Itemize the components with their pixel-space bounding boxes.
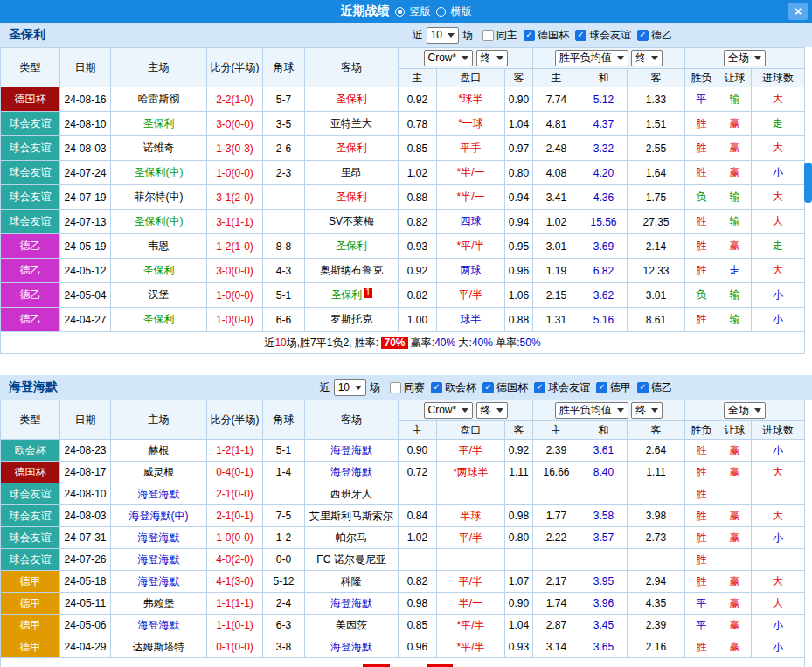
odds-company-select[interactable]: Crow* bbox=[424, 402, 474, 419]
handicap-cell: *半/一 bbox=[437, 161, 505, 185]
corners-cell: 6-3 bbox=[263, 615, 305, 636]
fulltime-select[interactable]: 全场 bbox=[724, 402, 766, 419]
date-cell: 24-07-24 bbox=[60, 161, 111, 185]
filter-checkbox[interactable]: ✓欧会杯 bbox=[431, 380, 476, 395]
handicap-cell: *两球半 bbox=[437, 462, 505, 483]
date-cell: 24-05-12 bbox=[60, 259, 111, 283]
odds-final-select[interactable]: 终 bbox=[476, 50, 508, 66]
home-team-cell: 圣保利(中) bbox=[111, 161, 207, 185]
match-count-select[interactable]: 10 bbox=[334, 379, 366, 396]
col-corners-header: 角球 bbox=[263, 48, 305, 87]
horizontal-layout-radio[interactable] bbox=[436, 7, 446, 17]
odds-away-cell: 0.80 bbox=[505, 527, 533, 549]
home-team-cell: 达姆斯塔特 bbox=[111, 636, 207, 658]
odds-away-cell: 1.11 bbox=[505, 462, 533, 483]
competition-filters: 同赛✓欧会杯✓德国杯✓球会友谊✓德甲✓德乙 bbox=[384, 380, 672, 395]
away-team-cell: 西班牙人 bbox=[305, 483, 399, 505]
home-team-cell: 赫根 bbox=[111, 440, 207, 462]
handicap-result-cell: 赢 bbox=[718, 615, 752, 636]
match-row: 球会友谊24-07-13圣保利(中)3-1(1-1)SV不莱梅0.82四球0.9… bbox=[1, 210, 805, 234]
vertical-layout-radio[interactable] bbox=[395, 7, 405, 17]
handicap-result-cell: 走 bbox=[718, 259, 752, 283]
checkbox-icon[interactable]: ✓ bbox=[575, 30, 586, 41]
avg-draw-cell: 3.65 bbox=[580, 636, 628, 658]
fulltime-select[interactable]: 全场 bbox=[724, 50, 766, 66]
filter-checkbox[interactable]: 同赛 bbox=[390, 380, 425, 395]
checkbox-icon[interactable]: ✓ bbox=[534, 382, 545, 393]
avg-final-select[interactable]: 终 bbox=[631, 402, 663, 419]
select-value: 终 bbox=[635, 403, 646, 418]
corners-cell: 8-8 bbox=[263, 234, 305, 259]
handicap-result-cell: 赢 bbox=[718, 440, 752, 462]
checkbox-icon[interactable]: ✓ bbox=[637, 382, 649, 393]
home-team-cell: 弗赖堡 bbox=[111, 593, 207, 615]
wdl-result-cell: 平 bbox=[685, 615, 718, 636]
handicap-result-cell: 赢 bbox=[718, 527, 752, 549]
filter-checkbox[interactable]: ✓球会友谊 bbox=[534, 380, 590, 395]
col-handicap-result-header: 让球 bbox=[718, 69, 752, 87]
avg-away-cell: 1.51 bbox=[628, 112, 685, 136]
odds-final-select[interactable]: 终 bbox=[476, 402, 508, 419]
checkbox-icon[interactable]: ✓ bbox=[596, 382, 607, 393]
checkbox-icon[interactable]: ✓ bbox=[637, 30, 649, 41]
score-cell: 1-1(1-1) bbox=[207, 593, 263, 615]
col-type-header: 类型 bbox=[1, 400, 60, 440]
odds-company-select[interactable]: Crow* bbox=[424, 50, 474, 66]
match-row: 德甲24-05-18海登海默4-1(3-0)5-12科隆0.82平/半1.072… bbox=[1, 571, 805, 593]
goals-result-cell: 大 bbox=[752, 462, 805, 483]
date-cell: 24-05-19 bbox=[60, 234, 111, 259]
checkbox-label: 欧会杯 bbox=[445, 380, 476, 395]
filter-checkbox[interactable]: ✓德乙 bbox=[637, 28, 672, 43]
col-corners-header: 角球 bbox=[263, 400, 305, 440]
filter-checkbox[interactable]: ✓德乙 bbox=[637, 380, 672, 395]
avg-final-select[interactable]: 终 bbox=[631, 50, 663, 66]
col-date-header: 日期 bbox=[60, 48, 111, 87]
horizontal-layout-label[interactable]: 横版 bbox=[451, 4, 472, 19]
match-count-select[interactable]: 10 bbox=[427, 27, 459, 44]
odds-away-cell: 0.92 bbox=[505, 440, 533, 462]
col-wdl-header: 胜负 bbox=[685, 69, 718, 87]
odds-home-cell: 0.93 bbox=[399, 234, 437, 259]
avg-home-cell: 2.17 bbox=[533, 571, 580, 593]
chevron-down-icon bbox=[754, 408, 761, 413]
date-cell: 24-05-18 bbox=[60, 571, 111, 593]
scrollbar-thumb[interactable] bbox=[804, 163, 812, 203]
avg-away-cell: 2.39 bbox=[628, 615, 685, 636]
goals-result-cell: 走 bbox=[752, 234, 805, 259]
goals-result-cell: 大 bbox=[752, 210, 805, 234]
match-row: 德甲24-05-11弗赖堡1-1(1-1)2-4海登海默0.98半/一0.901… bbox=[1, 593, 805, 615]
filter-checkbox[interactable]: 同主 bbox=[482, 28, 517, 43]
home-team-name: 诺维奇 bbox=[143, 142, 175, 154]
checkbox-icon[interactable] bbox=[482, 30, 494, 41]
away-team-cell: 罗斯托克 bbox=[305, 308, 399, 332]
select-value: 胜平负均值 bbox=[559, 51, 612, 66]
avg-select[interactable]: 胜平负均值 bbox=[555, 402, 628, 419]
handicap-result-cell bbox=[718, 549, 752, 571]
avg-away-cell: 27.35 bbox=[628, 210, 685, 234]
filter-checkbox[interactable]: ✓德国杯 bbox=[482, 380, 528, 395]
match-row: 欧会杯24-08-23赫根1-2(1-1)5-1海登海默0.90平/半0.922… bbox=[1, 440, 805, 462]
checkbox-label: 同赛 bbox=[404, 380, 425, 395]
away-team-name: 圣保利 bbox=[336, 240, 367, 252]
checkbox-icon[interactable] bbox=[390, 382, 401, 393]
col-avg-home-header: 主 bbox=[533, 421, 580, 440]
col-odds-home-header: 主 bbox=[399, 69, 437, 87]
corners-cell: 7-5 bbox=[263, 505, 305, 527]
goals-result-cell: 小 bbox=[752, 615, 805, 636]
checkbox-icon[interactable]: ✓ bbox=[431, 382, 442, 393]
avg-away-cell: 1.11 bbox=[628, 462, 685, 483]
filter-checkbox[interactable]: ✓德国杯 bbox=[524, 28, 569, 43]
checkbox-icon[interactable]: ✓ bbox=[482, 382, 494, 393]
avg-draw-cell: 3.69 bbox=[580, 234, 628, 259]
goals-result-cell: 大 bbox=[752, 571, 805, 593]
vertical-layout-label[interactable]: 竖版 bbox=[410, 4, 431, 19]
avg-away-cell: 12.33 bbox=[628, 259, 685, 283]
score-cell: 4-1(3-0) bbox=[207, 571, 263, 593]
filter-checkbox[interactable]: ✓球会友谊 bbox=[575, 28, 631, 43]
checkbox-icon[interactable]: ✓ bbox=[524, 30, 535, 41]
avg-select[interactable]: 胜平负均值 bbox=[555, 50, 628, 66]
filter-checkbox[interactable]: ✓德甲 bbox=[596, 380, 631, 395]
matches-table: 类型 日期 主场 比分(半场) 角球 客场 Crow* 终 胜平负均值 终 bbox=[0, 400, 805, 667]
close-button[interactable]: × bbox=[788, 3, 808, 20]
corners-cell: 5-1 bbox=[263, 283, 305, 308]
